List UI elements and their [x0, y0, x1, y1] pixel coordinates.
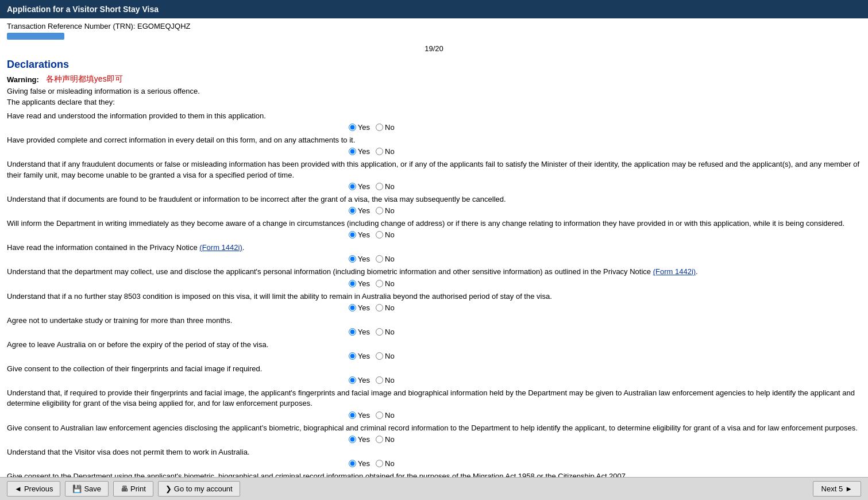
no-option-9[interactable]: No — [376, 328, 395, 336]
yes-option-12[interactable]: Yes — [349, 411, 370, 420]
no-option-2[interactable]: No — [376, 147, 395, 156]
chevron-right-icon: ❯ — [165, 484, 172, 493]
no-option-13[interactable]: No — [376, 435, 395, 444]
no-option-3[interactable]: No — [376, 182, 395, 191]
no-radio-2[interactable] — [376, 148, 383, 155]
no-option-11[interactable]: No — [376, 376, 395, 384]
yes-radio-10[interactable] — [349, 352, 356, 360]
declaration-text-12: Understand that, if required to provide … — [7, 388, 861, 409]
no-radio-3[interactable] — [376, 183, 383, 190]
previous-icon: ◄ — [14, 484, 22, 493]
yes-option-6[interactable]: Yes — [349, 255, 370, 263]
trn-label: Transaction Reference Number (TRN): EGOM… — [7, 22, 191, 30]
yes-option-5[interactable]: Yes — [349, 230, 370, 239]
declaration-text-7: Understand that the department may colle… — [7, 267, 861, 277]
declaration-item-8: Understand that if a no further stay 850… — [7, 291, 861, 312]
main-content: Declarations Warning: 各种声明都填yes即可 Giving… — [0, 56, 868, 500]
no-option-7[interactable]: No — [376, 279, 395, 288]
no-radio-8[interactable] — [376, 304, 383, 311]
no-radio-10[interactable] — [376, 352, 383, 360]
previous-button[interactable]: ◄ Previous — [7, 481, 60, 497]
warning-note: 各种声明都填yes即可 — [46, 74, 123, 84]
yes-radio-6[interactable] — [349, 255, 356, 263]
no-radio-1[interactable] — [376, 124, 383, 131]
yes-option-11[interactable]: Yes — [349, 376, 370, 384]
yes-radio-2[interactable] — [349, 148, 356, 155]
yes-radio-12[interactable] — [349, 411, 356, 419]
no-radio-13[interactable] — [376, 436, 383, 443]
print-button[interactable]: 🖶 Print — [113, 481, 153, 497]
declaration-text-9: Agree not to undertake study or training… — [7, 316, 861, 326]
radio-group-6: Yes No — [7, 255, 861, 263]
yes-radio-14[interactable] — [349, 460, 356, 467]
go-to-account-label: Go to my account — [174, 484, 233, 493]
yes-option-7[interactable]: Yes — [349, 279, 370, 288]
yes-option-13[interactable]: Yes — [349, 435, 370, 444]
yes-radio-8[interactable] — [349, 304, 356, 311]
declaration-item-10: Agree to leave Australia on or before th… — [7, 340, 861, 360]
no-option-14[interactable]: No — [376, 459, 395, 468]
yes-radio-4[interactable] — [349, 207, 356, 214]
form1442i-link-2[interactable]: (Form 1442i) — [653, 267, 696, 276]
radio-group-8: Yes No — [7, 303, 861, 312]
declaration-text-11: Give consent to the collection of their … — [7, 364, 861, 374]
no-option-1[interactable]: No — [376, 123, 395, 132]
progress-bar — [7, 33, 64, 40]
declaration-text-14: Understand that the Visitor visa does no… — [7, 447, 861, 457]
trn-bar: Transaction Reference Number (TRN): EGOM… — [0, 18, 868, 33]
no-radio-5[interactable] — [376, 231, 383, 239]
yes-radio-5[interactable] — [349, 231, 356, 239]
declaration-text-13: Give consent to Australian law enforceme… — [7, 423, 861, 433]
no-radio-12[interactable] — [376, 411, 383, 419]
yes-radio-7[interactable] — [349, 280, 356, 287]
declaration-item-11: Give consent to the collection of their … — [7, 364, 861, 384]
next-button[interactable]: Next 5 ► — [813, 481, 861, 497]
yes-radio-13[interactable] — [349, 436, 356, 443]
declaration-item-7: Understand that the department may colle… — [7, 267, 861, 287]
no-option-6[interactable]: No — [376, 255, 395, 263]
warning-line: Warning: 各种声明都填yes即可 — [7, 74, 861, 84]
save-button[interactable]: 💾 Save — [65, 481, 109, 497]
print-icon: 🖶 — [121, 484, 128, 493]
radio-group-14: Yes No — [7, 459, 861, 468]
radio-group-7: Yes No — [7, 279, 861, 288]
page-counter: 19/20 — [0, 43, 868, 56]
yes-radio-1[interactable] — [349, 124, 356, 131]
go-to-account-button[interactable]: ❯ Go to my account — [158, 481, 240, 497]
no-option-8[interactable]: No — [376, 303, 395, 312]
yes-radio-11[interactable] — [349, 376, 356, 384]
yes-option-8[interactable]: Yes — [349, 303, 370, 312]
footer-right: Next 5 ► — [813, 481, 861, 497]
no-option-12[interactable]: No — [376, 411, 395, 420]
yes-option-10[interactable]: Yes — [349, 352, 370, 360]
yes-option-1[interactable]: Yes — [349, 123, 370, 132]
yes-option-4[interactable]: Yes — [349, 206, 370, 215]
no-option-10[interactable]: No — [376, 352, 395, 360]
no-radio-14[interactable] — [376, 460, 383, 467]
radio-group-2: Yes No — [7, 147, 861, 156]
yes-radio-9[interactable] — [349, 328, 356, 336]
no-radio-6[interactable] — [376, 255, 383, 263]
no-radio-9[interactable] — [376, 328, 383, 336]
radio-group-11: Yes No — [7, 376, 861, 384]
no-option-4[interactable]: No — [376, 206, 395, 215]
declaration-text-4: Understand that if documents are found t… — [7, 194, 861, 205]
no-radio-11[interactable] — [376, 376, 383, 384]
yes-option-14[interactable]: Yes — [349, 459, 370, 468]
declaration-item-12: Understand that, if required to provide … — [7, 388, 861, 419]
yes-option-2[interactable]: Yes — [349, 147, 370, 156]
next-icon: ► — [845, 484, 852, 493]
form1442i-link-1[interactable]: (Form 1442i) — [199, 243, 242, 252]
yes-option-9[interactable]: Yes — [349, 328, 370, 336]
yes-radio-3[interactable] — [349, 183, 356, 190]
no-option-5[interactable]: No — [376, 230, 395, 239]
no-radio-7[interactable] — [376, 280, 383, 287]
radio-group-1: Yes No — [7, 123, 861, 132]
radio-group-13: Yes No — [7, 435, 861, 444]
yes-option-3[interactable]: Yes — [349, 182, 370, 191]
declaration-text-2: Have provided complete and correct infor… — [7, 135, 861, 145]
save-icon: 💾 — [72, 484, 82, 493]
declaration-item-4: Understand that if documents are found t… — [7, 194, 861, 215]
applicants-declare: The applicants declare that they: — [7, 98, 861, 106]
no-radio-4[interactable] — [376, 207, 383, 214]
